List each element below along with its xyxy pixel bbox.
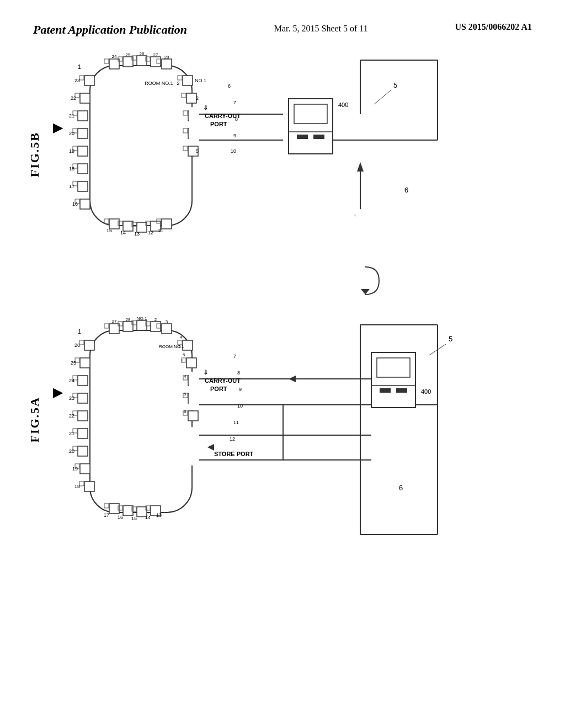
svg-text:23: 23 <box>74 78 80 83</box>
svg-rect-12 <box>178 76 182 80</box>
svg-text:400: 400 <box>338 101 348 108</box>
svg-rect-18 <box>183 129 188 133</box>
svg-text:13: 13 <box>156 512 162 518</box>
svg-text:27: 27 <box>112 319 117 324</box>
svg-text:22: 22 <box>71 95 76 101</box>
svg-rect-21 <box>84 76 94 85</box>
svg-text:⇓: ⇓ <box>203 104 208 111</box>
svg-rect-7 <box>151 57 161 67</box>
fig5a-label: FIG.5A <box>28 397 42 443</box>
svg-text:2: 2 <box>177 81 179 86</box>
svg-rect-13 <box>186 93 196 103</box>
svg-marker-202 <box>289 376 296 382</box>
svg-rect-136 <box>80 464 90 474</box>
svg-text:2: 2 <box>196 95 199 101</box>
svg-text:9: 9 <box>233 133 236 138</box>
svg-rect-195 <box>380 388 391 393</box>
svg-rect-182 <box>189 427 200 465</box>
svg-text:26: 26 <box>74 342 80 348</box>
svg-rect-142 <box>123 506 133 516</box>
svg-rect-31 <box>78 164 88 174</box>
svg-rect-86 <box>297 135 308 139</box>
svg-text:28: 28 <box>164 55 169 60</box>
svg-text:22: 22 <box>69 413 74 419</box>
svg-rect-11 <box>183 76 193 85</box>
svg-rect-134 <box>78 446 88 456</box>
svg-text:10: 10 <box>237 403 243 409</box>
svg-rect-23 <box>80 93 90 103</box>
svg-text:STORE PORT: STORE PORT <box>214 451 254 457</box>
svg-rect-138 <box>84 481 94 491</box>
svg-text:9: 9 <box>239 387 242 392</box>
svg-rect-120 <box>188 411 198 421</box>
svg-text:5: 5 <box>196 148 199 154</box>
svg-text:5: 5 <box>393 81 397 89</box>
publication-date-sheet: Mar. 5, 2015 Sheet 5 of 11 <box>274 22 368 35</box>
svg-rect-140 <box>109 504 119 513</box>
svg-text:⇓: ⇓ <box>203 369 208 376</box>
svg-text:4: 4 <box>180 335 183 340</box>
svg-rect-103 <box>104 324 109 328</box>
svg-rect-126 <box>78 376 88 386</box>
svg-text:7: 7 <box>233 100 236 105</box>
fig5b-section: FIG.5B ▶ <box>22 55 543 248</box>
svg-text:CARRY-OUT: CARRY-OUT <box>205 113 241 119</box>
svg-rect-101 <box>90 330 192 512</box>
page-header: Patent Application Publication Mar. 5, 2… <box>0 0 565 44</box>
fig5a-diagram: ROOM NO.1 2 3 4 5 6 27 28 NO.1 2 3 4 5 2… <box>73 319 460 540</box>
svg-text:13: 13 <box>134 231 140 237</box>
svg-text:6: 6 <box>404 186 408 194</box>
svg-text:24: 24 <box>69 378 74 383</box>
svg-marker-97 <box>357 162 364 172</box>
svg-rect-114 <box>186 358 196 368</box>
svg-rect-141 <box>104 504 109 508</box>
svg-rect-9 <box>162 59 172 69</box>
svg-rect-83 <box>289 99 333 154</box>
svg-text:12: 12 <box>230 436 235 442</box>
svg-text:5: 5 <box>184 392 186 397</box>
svg-text:20: 20 <box>69 448 74 454</box>
fig5a-arrow: ▶ <box>53 386 62 400</box>
svg-text:14: 14 <box>120 230 126 235</box>
svg-text:25: 25 <box>126 52 131 57</box>
svg-rect-20 <box>183 146 188 151</box>
svg-text:NO.1: NO.1 <box>137 316 147 321</box>
svg-text:ROOM NO.1: ROOM NO.1 <box>145 81 173 86</box>
svg-text:1: 1 <box>78 63 81 70</box>
fig5b-diagram: 24 25 26 27 28 ROOM NO.1 2 NO.1 2 3 4 5 … <box>73 55 449 248</box>
svg-text:21: 21 <box>69 113 74 119</box>
svg-text:4: 4 <box>184 374 186 379</box>
svg-text:15: 15 <box>131 516 137 521</box>
svg-text:6: 6 <box>184 409 186 414</box>
svg-text:14: 14 <box>145 515 151 520</box>
svg-text:17: 17 <box>69 184 74 189</box>
svg-rect-0 <box>90 66 192 226</box>
svg-text:23: 23 <box>69 395 74 401</box>
svg-text:2: 2 <box>178 344 181 349</box>
svg-text:5: 5 <box>183 352 185 357</box>
svg-text:25: 25 <box>71 360 76 366</box>
svg-rect-1 <box>109 59 119 69</box>
svg-text:6: 6 <box>228 83 231 89</box>
svg-text:11: 11 <box>233 420 239 425</box>
svg-text:1: 1 <box>78 328 81 335</box>
svg-text:PORT: PORT <box>210 386 227 392</box>
svg-text:20: 20 <box>69 131 74 136</box>
svg-text:5: 5 <box>449 335 452 343</box>
svg-text:26: 26 <box>140 51 145 56</box>
svg-text:24: 24 <box>112 54 117 59</box>
svg-text:19: 19 <box>72 466 78 472</box>
publication-number: US 2015/0066202 A1 <box>455 22 532 32</box>
svg-rect-124 <box>80 358 90 368</box>
fig5b-arrow: ▶ <box>53 121 62 135</box>
svg-rect-192 <box>371 352 415 408</box>
svg-text:3: 3 <box>181 358 184 363</box>
svg-text:2: 2 <box>154 317 157 322</box>
svg-marker-100 <box>361 289 370 295</box>
svg-rect-3 <box>123 57 133 67</box>
svg-rect-33 <box>78 181 88 191</box>
svg-text:15: 15 <box>106 228 112 233</box>
svg-text:6: 6 <box>399 484 403 492</box>
svg-text:PORT: PORT <box>210 121 227 127</box>
svg-rect-196 <box>396 388 407 393</box>
